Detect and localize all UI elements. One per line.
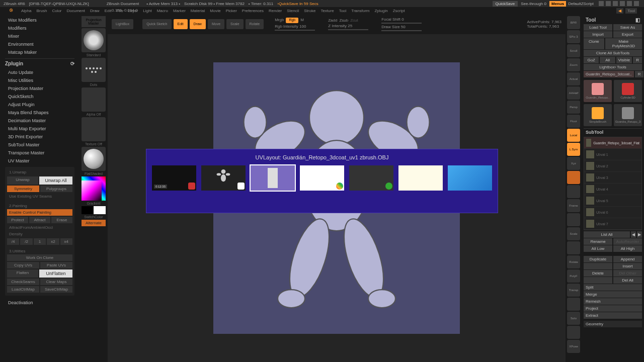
right-icon-blank[interactable] [567,185,580,198]
autoreorder[interactable]: AutoReorder [613,238,642,245]
plugin-item[interactable]: Maya Blend Shapes [5,109,74,117]
extract[interactable]: Extract [584,312,642,319]
load-tool[interactable]: Load Tool [584,24,612,31]
subtool-item[interactable]: Ubval 6 [584,207,641,218]
remesh[interactable]: Remesh [584,298,642,305]
subtool-item[interactable]: Ubval 7 [584,218,641,230]
focal-shift[interactable]: Focal Shift 0 [381,17,422,22]
subtool-item[interactable]: Ubval 2 [584,160,641,172]
plugin-item[interactable]: Auto Update [5,68,74,76]
plugin-item[interactable]: Adjust Plugin [5,101,74,109]
zadd[interactable]: Zadd [328,18,337,23]
menu-macro[interactable]: Macro [154,9,171,13]
clone[interactable]: Clone [584,38,604,49]
unflatten[interactable]: UnFlatten [39,269,72,278]
right-icon-rotate[interactable]: Rotate [567,255,580,268]
unwrap-btn[interactable]: Unwrap [7,176,38,185]
rgb-intensity[interactable]: Rgb Intensity 100 [275,24,315,29]
menu-alpha[interactable]: Alpha [19,9,34,13]
lightbox-tools[interactable]: Lightbox› Tools [584,64,642,70]
merge[interactable]: Merge [584,291,642,298]
enable-control-painting[interactable]: Enable Control Painting [7,209,72,216]
project[interactable]: Project [584,305,642,312]
menu-movie[interactable]: Movie [207,9,223,13]
win-icon[interactable] [606,1,611,6]
plugin-item[interactable]: SubTool Master [5,141,74,149]
right-icon-actual[interactable]: Actual [567,72,580,85]
append[interactable]: Append [613,256,642,262]
insert[interactable]: Insert [613,263,642,269]
right-icon-blank[interactable] [567,326,580,339]
r-btn[interactable]: R [633,57,642,63]
right-icon-persp[interactable]: Persp [567,101,580,114]
del-other[interactable]: Del Other [613,270,642,277]
menu-preferences[interactable]: Preferences [239,9,266,13]
menu-tool[interactable]: Tool [625,8,637,14]
zplugin-header[interactable]: Zplugin⟳ [5,58,74,68]
right-icon-floor[interactable]: Floor [567,115,580,128]
left-item[interactable]: Mixer [5,32,74,40]
subtool-item[interactable]: Ubval 3 [584,172,641,184]
menu-marker[interactable]: Marker [171,9,188,13]
d4[interactable]: x2 [47,238,59,245]
work-on-clone[interactable]: Work On Clone [7,254,72,261]
current-tool[interactable]: Guardin_Retopo_3dcoat.. [584,71,634,77]
clear-maps[interactable]: Clear Maps [40,279,72,285]
zsub[interactable]: Zsub [339,18,348,23]
make-polymesh[interactable]: Make PolyMesh3D [605,38,642,49]
swatches[interactable] [82,206,106,214]
texture-preview[interactable] [82,117,106,141]
win-icon[interactable] [634,1,639,6]
win-icon[interactable] [613,1,618,6]
menu-material[interactable]: Material [188,9,207,13]
symmetry-btn[interactable]: Symmetry [7,186,39,192]
all[interactable]: All [600,57,615,63]
duplicate[interactable]: Duplicate [584,256,612,262]
right-icon-blank[interactable] [567,298,580,311]
menu-picker[interactable]: Picker [223,9,239,13]
right-icon-local[interactable]: Local [567,129,580,142]
alpha-preview[interactable] [82,87,106,112]
delete[interactable]: Delete [584,270,612,277]
left-item[interactable]: Modifiers [5,24,74,32]
tool-thumb[interactable]: Guardin_Retopo.. [584,80,612,102]
alternate-btn[interactable]: Alternate [82,220,106,226]
right-icon-scale[interactable]: Scale [567,227,580,240]
color-picker[interactable] [82,176,106,201]
alt-tab-thumb[interactable] [398,165,443,191]
menu-color[interactable]: Color [49,9,64,13]
plugin-item[interactable]: Projection Master [5,84,74,93]
plugin-item[interactable]: QuickSketch [5,93,74,101]
r2-btn[interactable]: R [635,71,644,77]
erase-btn[interactable]: Erase [51,217,72,223]
paste-uvs[interactable]: Paste UVs [40,262,72,268]
quicksave-button[interactable]: QuickSave [493,1,518,7]
ambient-btn[interactable]: AttractFromAmbientOccl [7,224,72,231]
brush-preview[interactable] [82,28,106,52]
quicksketch-btn[interactable]: Quick Sketch [142,19,171,29]
protect-btn[interactable]: Protect [7,217,28,223]
menu-render[interactable]: Render [266,9,284,13]
save-ctrl[interactable]: SaveCtrlMap [40,286,72,293]
right-icon-aahalf[interactable]: AAHalf [567,86,580,100]
deactivation[interactable]: Deactivation [5,299,74,307]
clone-all-subtools[interactable]: Clone All SubTools [584,50,642,56]
subtool-header[interactable]: SubTool [586,130,603,135]
alt-tab-thumb[interactable]: 0:12:35 [152,165,196,191]
scale-btn[interactable]: Scale [226,19,244,29]
menu-logo[interactable]: ⧁ [7,8,15,13]
alt-tab-switcher[interactable]: UVLayout: Guardián_Retopo_3dcoat_uv1 zbr… [146,149,498,213]
tool-thumb[interactable]: Guardia_Retopo_3 [614,104,642,126]
plugin-item[interactable]: Misc Utilities [5,76,74,84]
right-icon-zoom[interactable]: Zoom [567,58,580,71]
projection-master-btn[interactable]: Projection Master [82,16,106,27]
right-icon-blank[interactable] [567,171,580,184]
win-icon[interactable] [627,1,632,6]
right-icon-transp[interactable]: Transp [567,284,580,297]
rotate-btn[interactable]: Rotate [246,19,264,29]
use-existing[interactable]: Use Existing UV Seams [7,193,72,200]
tool-thumb[interactable]: SimpleBrush [584,104,612,126]
right-icon-blank[interactable] [567,213,580,226]
alt-tab-thumb[interactable] [349,165,393,191]
visible[interactable]: Visible [616,57,632,63]
